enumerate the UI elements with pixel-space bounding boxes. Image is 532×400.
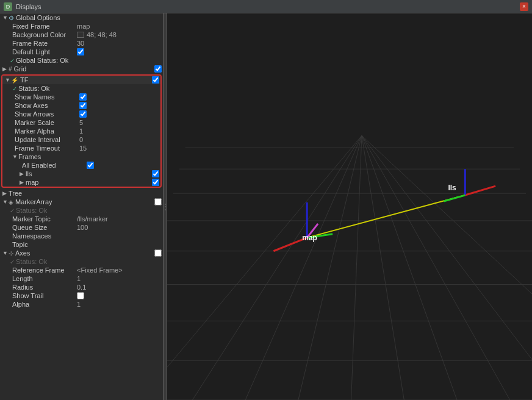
length-value[interactable]: 1 — [77, 275, 81, 282]
marker-alpha-value[interactable]: 1 — [79, 127, 83, 135]
marker-alpha-label: Marker Alpha — [12, 127, 79, 135]
tf-section: ⚡ TF ✓ Status: Ok Show Names Show Axes — [1, 74, 162, 188]
marker-topic-value[interactable]: /lls/marker — [77, 215, 108, 223]
marker-scale-value[interactable]: 5 — [79, 119, 83, 126]
show-axes-checkbox[interactable] — [79, 102, 87, 109]
queue-size-value[interactable]: 100 — [77, 224, 88, 231]
tf-arrow — [5, 77, 11, 83]
color-swatch[interactable] — [77, 32, 84, 38]
update-interval-row: Update Interval 0 — [2, 135, 160, 144]
map-frame-row[interactable]: map — [2, 178, 160, 187]
show-trail-row: Show Trail — [0, 291, 163, 300]
all-enabled-checkbox[interactable] — [87, 162, 94, 169]
reference-frame-row: Reference Frame <Fixed Frame> — [0, 266, 163, 274]
global-status-row: ✓ Global Status: Ok — [0, 56, 163, 65]
marker-array-status-label: Status: Ok — [16, 207, 162, 214]
global-status-checkmark: ✓ — [10, 57, 15, 64]
marker-scale-row: Marker Scale 5 — [2, 118, 160, 127]
alpha-label: Alpha — [10, 301, 77, 308]
queue-size-row: Queue Size 100 — [0, 223, 163, 232]
reference-frame-value[interactable]: <Fixed Frame> — [77, 266, 123, 274]
frame-rate-value[interactable]: 30 — [77, 40, 84, 47]
frames-arrow — [12, 154, 18, 160]
radius-row: Radius 0.1 — [0, 283, 163, 291]
axes-status-label: Status: Ok — [16, 258, 162, 265]
3d-viewport[interactable]: lls map — [167, 13, 532, 400]
reference-frame-label: Reference Frame — [10, 266, 77, 274]
lls-frame-row[interactable]: lls — [2, 170, 160, 178]
tf-status-row: ✓ Status: Ok — [2, 84, 160, 93]
tree-row[interactable]: Tree — [0, 189, 163, 198]
frame-timeout-row: Frame Timeout 15 — [2, 144, 160, 152]
global-options-arrow — [2, 15, 9, 21]
displays-icon: D — [4, 2, 12, 11]
background-color-value[interactable]: 48; 48; 48 — [87, 31, 117, 38]
title-bar: D Displays × — [0, 0, 532, 13]
grid-checkbox[interactable] — [154, 65, 162, 73]
show-names-checkbox[interactable] — [79, 93, 87, 101]
lls-checkbox[interactable] — [152, 170, 159, 177]
grid-row[interactable]: # Grid — [0, 65, 163, 73]
tf-header[interactable]: ⚡ TF — [2, 76, 160, 84]
show-axes-row: Show Axes — [2, 101, 160, 110]
fixed-frame-row: Fixed Frame map — [0, 22, 163, 30]
global-options-icon: ⚙ — [9, 15, 14, 21]
global-status-label: Global Status: Ok — [16, 57, 162, 64]
global-options-label: Global Options — [16, 14, 162, 21]
map-checkbox[interactable] — [152, 179, 159, 186]
axes-checkbox[interactable] — [154, 249, 162, 257]
title-bar-text: Displays — [16, 3, 516, 10]
marker-topic-label: Marker Topic — [10, 215, 77, 223]
queue-size-label: Queue Size — [10, 224, 77, 231]
tf-status-check: ✓ — [12, 85, 17, 92]
radius-value[interactable]: 0.1 — [77, 284, 86, 291]
global-options-header[interactable]: ⚙ Global Options — [0, 13, 163, 22]
axes-status-check: ✓ — [10, 259, 15, 265]
show-axes-label: Show Axes — [12, 102, 79, 109]
marker-array-header[interactable]: ◈ MarkerArray — [0, 198, 163, 206]
tf-checkbox[interactable] — [152, 76, 159, 84]
show-trail-checkbox[interactable] — [77, 292, 84, 299]
default-light-checkbox[interactable] — [77, 48, 84, 55]
marker-array-status-row: ✓ Status: Ok — [0, 206, 163, 215]
axes-header[interactable]: ⊹ Axes — [0, 249, 163, 257]
frame-timeout-value[interactable]: 15 — [79, 145, 87, 152]
marker-array-checkbox[interactable] — [154, 198, 162, 205]
axes-arrow — [2, 250, 9, 256]
update-interval-value[interactable]: 0 — [79, 136, 83, 143]
marker-array-label: MarkerArray — [15, 198, 154, 205]
tree-label: Tree — [9, 190, 162, 197]
alpha-value[interactable]: 1 — [77, 301, 81, 308]
length-row: Length 1 — [0, 274, 163, 283]
background-color-label: Background Color — [10, 31, 77, 38]
map-arrow — [20, 179, 26, 185]
frame-timeout-label: Frame Timeout — [12, 145, 79, 152]
marker-alpha-row: Marker Alpha 1 — [2, 127, 160, 135]
topic-label: Topic — [10, 241, 77, 248]
close-button[interactable]: × — [520, 2, 528, 11]
show-names-label: Show Names — [12, 93, 79, 101]
namespaces-row: Namespaces — [0, 232, 163, 240]
axes-icon: ⊹ — [9, 250, 13, 257]
frame-rate-row: Frame Rate 30 — [0, 39, 163, 48]
show-arrows-checkbox[interactable] — [79, 110, 87, 118]
update-interval-label: Update Interval — [12, 136, 79, 143]
map-label: map — [302, 234, 317, 242]
namespaces-label: Namespaces — [10, 232, 77, 240]
all-enabled-label: All Enabled — [20, 162, 87, 169]
fixed-frame-value[interactable]: map — [77, 23, 90, 30]
default-light-label: Default Light — [10, 48, 77, 55]
radius-label: Radius — [10, 284, 77, 291]
show-arrows-row: Show Arrows — [2, 110, 160, 118]
show-names-row: Show Names — [2, 93, 160, 101]
default-light-row: Default Light — [0, 48, 163, 56]
lls-frame-label: lls — [26, 170, 152, 177]
frame-rate-label: Frame Rate — [10, 40, 77, 47]
axes-label: Axes — [15, 249, 154, 257]
tf-icon: ⚡ — [11, 77, 18, 84]
grid-label: Grid — [14, 65, 154, 73]
frames-header[interactable]: Frames — [2, 152, 160, 161]
main-layout: ⚙ Global Options Fixed Frame map Backgro… — [0, 13, 532, 400]
marker-topic-row: Marker Topic /lls/marker — [0, 215, 163, 223]
left-panel: ⚙ Global Options Fixed Frame map Backgro… — [0, 13, 164, 400]
